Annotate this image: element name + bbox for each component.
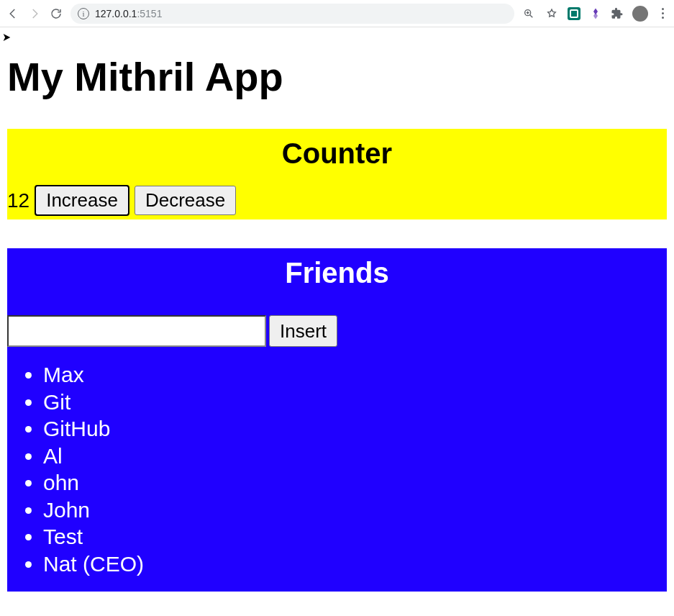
address-bar[interactable]: i 127.0.0.1:5151: [70, 4, 514, 24]
friend-list-item: Git: [43, 389, 667, 416]
toolbar-right: [522, 6, 668, 22]
url-text: 127.0.0.1:5151: [95, 8, 162, 19]
friend-list-item: Al: [43, 443, 667, 470]
extensions-icon[interactable]: [611, 7, 624, 20]
extension-2-icon[interactable]: [589, 7, 602, 20]
friend-list-item: GitHub: [43, 415, 667, 443]
site-info-icon[interactable]: i: [78, 8, 89, 19]
friend-name-input[interactable]: [7, 315, 266, 347]
page-title: My Mithril App: [7, 53, 667, 100]
friend-list-item: John: [43, 497, 667, 524]
cursor-icon: ➤: [2, 30, 11, 44]
friend-list-item: Test: [43, 523, 667, 551]
url-host: 127.0.0.1: [95, 8, 137, 19]
friends-list: MaxGitGitHubAlohnJohnTestNat (CEO): [7, 361, 667, 592]
insert-button[interactable]: Insert: [269, 315, 337, 347]
page-content: My Mithril App Counter 12 Increase Decre…: [0, 27, 674, 616]
friend-list-item: Max: [43, 361, 667, 389]
counter-panel: Counter 12 Increase Decrease: [7, 129, 667, 219]
profile-avatar[interactable]: [632, 6, 648, 22]
counter-value: 12: [7, 189, 29, 212]
url-port: :5151: [137, 8, 162, 19]
menu-button[interactable]: [657, 8, 668, 19]
increase-button[interactable]: Increase: [35, 186, 129, 215]
decrease-button[interactable]: Decrease: [135, 186, 236, 215]
extension-1-icon[interactable]: [568, 7, 580, 20]
bookmark-star-icon[interactable]: [545, 6, 559, 21]
friend-list-item: Nat (CEO): [43, 551, 667, 578]
back-button[interactable]: [6, 6, 20, 21]
browser-toolbar: i 127.0.0.1:5151: [0, 0, 674, 27]
friends-panel: Friends Insert MaxGitGitHubAlohnJohnTest…: [7, 248, 667, 592]
forward-button[interactable]: [27, 6, 42, 21]
counter-heading: Counter: [7, 129, 667, 183]
friends-heading: Friends: [7, 248, 667, 302]
reload-button[interactable]: [49, 6, 63, 21]
zoom-icon[interactable]: [522, 6, 536, 21]
friend-list-item: ohn: [43, 469, 667, 497]
